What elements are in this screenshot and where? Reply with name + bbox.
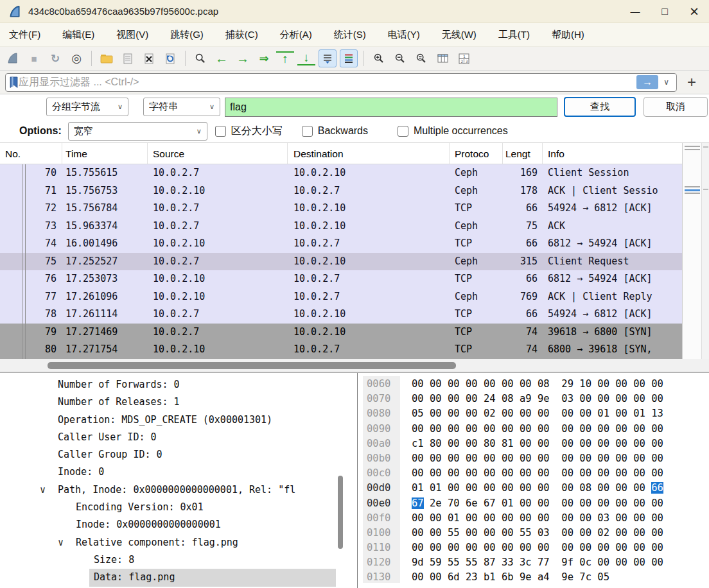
minimize-button[interactable]: — [620, 0, 650, 22]
packet-row[interactable]: 79 17.271469 10.0.2.7 10.0.2.10 TCP 74 3… [0, 324, 682, 342]
hex-row[interactable]: 007000 00 00 00 24 08 a9 9e 03 00 00 00 … [367, 392, 709, 406]
hex-row[interactable]: 01209d 59 55 55 87 33 3c 77 9f 0c 00 00 … [367, 555, 709, 570]
restart-capture-icon[interactable]: ↻ [46, 49, 64, 67]
menu-item[interactable]: 统计(S) [334, 29, 366, 41]
hex-row[interactable]: 011000 00 00 00 00 00 00 00 00 00 00 00 … [367, 540, 709, 555]
column-header-time[interactable]: Time [62, 143, 148, 164]
packet-row[interactable]: 73 15.963374 10.0.2.7 10.0.2.10 Ceph 75 … [0, 218, 682, 236]
close-button[interactable]: × [679, 0, 709, 22]
hex-row[interactable]: 006000 00 00 00 00 00 00 08 29 10 00 00 … [367, 377, 709, 392]
menu-item[interactable]: 工具(T) [498, 29, 530, 41]
capture-options-icon[interactable]: ◎ [67, 49, 85, 67]
zoom-out-icon[interactable] [391, 49, 409, 67]
column-header-destination[interactable]: Destination [288, 143, 450, 164]
filter-bookmark-icon[interactable] [9, 76, 19, 89]
packet-list-vertical-scrollbar[interactable] [701, 143, 709, 359]
filter-history-chevron-icon[interactable]: ∨ [663, 78, 669, 87]
go-to-last-packet-icon[interactable]: ↓ [297, 51, 315, 65]
zoom-in-icon[interactable] [370, 49, 388, 67]
find-input[interactable] [225, 98, 557, 117]
layout-preset-icon[interactable]: 123 [455, 49, 473, 67]
packet-row[interactable]: 80 17.271754 10.0.2.10 10.0.2.7 TCP 74 6… [0, 341, 682, 359]
hex-row[interactable]: 010000 00 55 00 00 00 55 03 00 00 02 00 … [367, 526, 709, 540]
auto-scroll-icon[interactable] [319, 49, 337, 67]
start-capture-icon[interactable] [4, 49, 22, 67]
resize-columns-icon[interactable] [433, 49, 451, 67]
backwards-checkbox[interactable] [302, 126, 313, 137]
hex-row[interactable]: 00a0c1 80 00 00 80 81 00 00 00 00 00 00 … [367, 437, 709, 451]
menu-item[interactable]: 编辑(E) [62, 29, 94, 41]
apply-filter-button[interactable]: → [636, 75, 658, 89]
detail-line[interactable]: Caller User ID: 0 [0, 429, 347, 446]
packet-row[interactable]: 75 17.252527 10.0.2.7 10.0.2.10 Ceph 315… [0, 253, 682, 271]
open-capture-file-icon[interactable] [98, 49, 116, 67]
find-button[interactable]: 查找 [564, 97, 636, 117]
case-sensitive-checkbox[interactable] [215, 126, 226, 137]
hex-row[interactable]: 009000 00 00 00 00 00 00 00 00 00 00 00 … [367, 422, 709, 437]
menu-item[interactable]: 捕获(C) [225, 29, 258, 41]
detail-line[interactable]: ∨Path, Inode: 0x0000000000000001, Rel: "… [0, 481, 347, 499]
menu-item[interactable]: 帮助(H) [552, 29, 584, 41]
column-header-info[interactable]: Info [543, 143, 682, 164]
cancel-button[interactable]: 取消 [643, 97, 708, 117]
hex-row[interactable]: 00b000 00 00 00 00 00 00 00 00 00 00 00 … [367, 451, 709, 466]
detail-line[interactable]: Inode: 0 [0, 463, 347, 481]
column-header-protocol[interactable]: Protoco [450, 143, 503, 164]
packet-row[interactable]: 70 15.755615 10.0.2.7 10.0.2.10 Ceph 169… [0, 164, 682, 182]
detail-line[interactable]: Inode: 0x0000000000000001 [0, 516, 347, 533]
hex-row[interactable]: 00f000 00 01 00 00 00 00 00 00 00 03 00 … [367, 511, 709, 526]
packet-row[interactable]: 72 15.756784 10.0.2.7 10.0.2.10 TCP 66 5… [0, 200, 682, 218]
hex-row[interactable]: 00e067 2e 70 6e 67 01 00 00 00 00 00 00 … [367, 496, 709, 511]
detail-line[interactable]: Encoding Version: 0x01 [0, 499, 347, 516]
find-packet-icon[interactable] [191, 49, 209, 67]
column-header-source[interactable]: Source [148, 143, 288, 164]
detail-line[interactable]: Number of Forwards: 0 [0, 376, 347, 393]
packet-row[interactable]: 71 15.756753 10.0.2.10 10.0.2.7 Ceph 178… [0, 182, 682, 200]
detail-line[interactable]: Size: 8 [0, 551, 347, 569]
tree-expand-icon[interactable]: ∨ [40, 481, 58, 499]
details-scrollbar-thumb[interactable] [338, 476, 343, 549]
packet-row[interactable]: 74 16.001496 10.0.2.10 10.0.2.7 TCP 66 6… [0, 235, 682, 253]
detail-line[interactable]: Number of Releases: 1 [0, 393, 347, 411]
intelligent-scrollbar-map[interactable] [682, 143, 701, 359]
maximize-button[interactable]: □ [650, 0, 679, 22]
detail-line[interactable]: Caller Group ID: 0 [0, 446, 347, 463]
horizontal-scrollbar-thumb[interactable] [48, 362, 456, 369]
normal-size-icon[interactable] [412, 49, 430, 67]
data-type-select[interactable]: 字符串 ∨ [143, 98, 220, 116]
hex-row[interactable]: 00c000 00 00 00 00 00 00 00 00 00 00 00 … [367, 466, 709, 481]
detail-line[interactable]: ∨Relative component: flag.png [0, 534, 347, 551]
tree-expand-icon[interactable]: ∨ [58, 534, 76, 551]
close-capture-file-icon[interactable] [140, 49, 158, 67]
hex-row[interactable]: 008005 00 00 00 02 00 00 00 00 00 01 00 … [367, 406, 709, 421]
char-width-select[interactable]: 宽窄 ∨ [68, 122, 207, 141]
save-capture-file-icon[interactable] [119, 49, 137, 67]
detail-line[interactable]: Operation: MDS_OP_CREATE (0x00001301) [0, 411, 347, 429]
reload-capture-file-icon[interactable] [161, 49, 179, 67]
search-in-select[interactable]: 分组字节流 ∨ [46, 98, 128, 116]
go-to-packet-icon[interactable]: ⇒ [255, 49, 273, 67]
packet-row[interactable]: 76 17.253073 10.0.2.10 10.0.2.7 TCP 66 6… [0, 270, 682, 288]
detail-line[interactable]: Data: flag.png [0, 569, 347, 586]
menu-item[interactable]: 跳转(G) [170, 29, 204, 41]
menu-item[interactable]: 文件(F) [9, 29, 40, 41]
hex-row[interactable]: 013000 00 6d 23 b1 6b 9e a4 9e 7c 05 [367, 570, 709, 585]
go-to-next-packet-icon[interactable]: → [234, 49, 252, 67]
menu-item[interactable]: 电话(Y) [388, 29, 420, 41]
menu-item[interactable]: 分析(A) [280, 29, 312, 41]
column-header-no[interactable]: No. [0, 143, 62, 164]
add-filter-button-icon[interactable]: + [687, 74, 696, 90]
packet-list-horizontal-scrollbar[interactable] [0, 359, 709, 372]
display-filter-input[interactable] [19, 76, 636, 88]
stop-capture-icon[interactable]: ■ [25, 49, 43, 67]
menu-item[interactable]: 视图(V) [116, 29, 148, 41]
packet-row[interactable]: 78 17.261114 10.0.2.7 10.0.2.10 TCP 66 5… [0, 306, 682, 324]
go-to-first-packet-icon[interactable]: ↑ [276, 51, 294, 65]
go-to-previous-packet-icon[interactable]: ← [213, 49, 231, 67]
column-header-length[interactable]: Lengt [503, 143, 543, 164]
colorize-packets-icon[interactable] [340, 49, 358, 67]
multiple-occurrences-checkbox[interactable] [398, 126, 408, 137]
menu-item[interactable]: 无线(W) [442, 29, 477, 41]
packet-row[interactable]: 77 17.261096 10.0.2.10 10.0.2.7 Ceph 769… [0, 288, 682, 306]
hex-row[interactable]: 00d001 01 00 00 00 00 00 00 00 08 00 00 … [367, 481, 709, 496]
